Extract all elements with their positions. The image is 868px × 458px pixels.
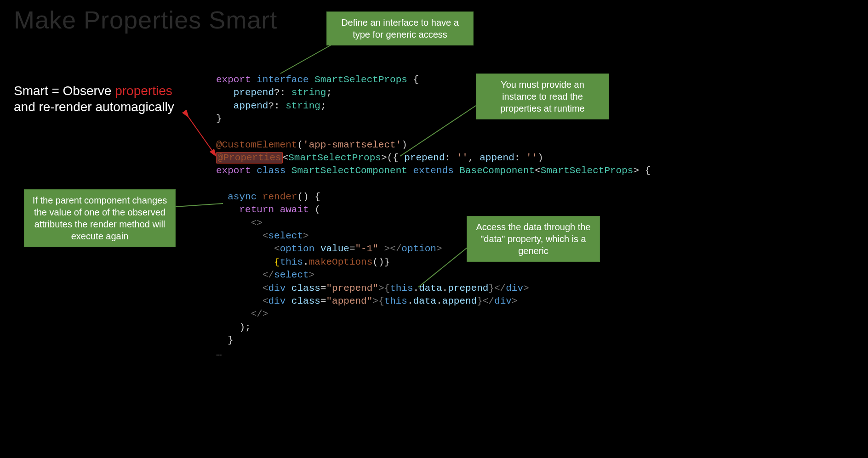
tok: >	[303, 231, 309, 241]
tok: "-1"	[355, 243, 378, 254]
tok: </	[263, 270, 274, 280]
tok: <	[263, 231, 268, 241]
tok: option	[280, 243, 315, 254]
tok: >	[436, 243, 442, 254]
tok: export	[216, 165, 251, 176]
tok	[286, 296, 291, 306]
tok: <	[283, 153, 289, 163]
tok: export	[216, 74, 251, 85]
tok: }</	[488, 283, 506, 294]
tok: append	[234, 101, 268, 111]
tok-highlighted: @Properties	[216, 152, 283, 164]
tok: string	[286, 101, 320, 111]
tok: );	[239, 322, 251, 333]
tok: this	[280, 257, 303, 267]
tok: =	[349, 243, 355, 254]
tok: extends	[413, 165, 454, 176]
tok: >{	[378, 283, 390, 294]
tok: return	[239, 204, 274, 215]
callout-parent-change: If the parent component changes the valu…	[24, 189, 176, 247]
tok: div	[494, 296, 512, 306]
tok: .	[413, 283, 419, 294]
subtitle-pre: Smart = Observe	[14, 84, 115, 98]
tok: string	[291, 87, 326, 98]
svg-line-0	[280, 45, 331, 74]
tok: option	[401, 243, 436, 254]
tok: ''	[457, 153, 468, 163]
tok: ></	[378, 243, 401, 254]
tok: prepend	[404, 153, 445, 163]
tok: >{	[372, 296, 384, 306]
tok: >({	[381, 153, 404, 163]
slide: Make Properties Smart Smart = Observe pr…	[0, 0, 697, 366]
tok: makeOptions	[309, 257, 373, 267]
tok: ;	[326, 87, 332, 98]
tok: () {	[297, 192, 320, 202]
tok: <>	[251, 218, 263, 228]
tok: div	[268, 296, 286, 306]
tok: class	[257, 165, 286, 176]
tok: > {	[633, 165, 651, 176]
tok: this	[390, 283, 413, 294]
tok	[314, 243, 320, 254]
tok: ;	[320, 101, 326, 111]
tok: div	[506, 283, 523, 294]
tok: =	[320, 296, 326, 306]
svg-line-4	[188, 117, 216, 156]
tok: class	[291, 296, 320, 306]
tok: .	[436, 296, 442, 306]
callout-interface: Define an interface to have a type for g…	[326, 11, 474, 45]
tok: :	[514, 153, 526, 163]
tok: 'app-smartselect'	[303, 140, 401, 150]
tok: (	[297, 140, 303, 150]
tok: {	[413, 74, 419, 85]
tok: }</	[477, 296, 494, 306]
tok: value	[320, 243, 349, 254]
tok: prepend	[448, 283, 488, 294]
slide-subtitle: Smart = Observe properties and re-render…	[14, 83, 174, 115]
tok: {	[274, 257, 280, 267]
tok: "append"	[326, 296, 372, 306]
tok: BaseComponent	[459, 165, 535, 176]
tok: .	[303, 257, 309, 267]
tok: ,	[468, 153, 480, 163]
tok: SmartSelectProps	[541, 165, 634, 176]
tok: )	[537, 153, 543, 163]
tok: ()}	[372, 257, 390, 267]
tok: )	[401, 140, 407, 150]
tok: SmartSelectProps	[314, 74, 407, 85]
tok: select	[268, 231, 303, 241]
subtitle-highlight: properties	[115, 84, 172, 98]
tok: ?:	[274, 87, 286, 98]
subtitle-post: and re-render automagically	[14, 100, 174, 114]
tok: }	[216, 113, 222, 124]
tok: >	[512, 296, 518, 306]
tok: interface	[257, 74, 308, 85]
code-block: export interface SmartSelectProps { prep…	[216, 74, 651, 360]
slide-title: Make Properties Smart	[14, 6, 277, 34]
tok: …	[216, 348, 222, 358]
tok: .	[442, 283, 448, 294]
tok: data	[413, 296, 436, 306]
tok: SmartSelectComponent	[291, 165, 407, 176]
tok: render	[263, 192, 297, 202]
tok: :	[445, 153, 457, 163]
tok: >	[309, 270, 315, 280]
tok: append	[442, 296, 477, 306]
tok: "prepend"	[326, 283, 378, 294]
tok: .	[407, 296, 413, 306]
tok: this	[384, 296, 407, 306]
tok: <	[535, 165, 541, 176]
tok: select	[274, 270, 309, 280]
tok: >	[523, 283, 529, 294]
tok: append	[480, 153, 514, 163]
tok: <	[274, 243, 280, 254]
tok: SmartSelectProps	[288, 153, 381, 163]
tok: }	[228, 335, 234, 345]
tok: <	[263, 283, 268, 294]
tok: =	[320, 283, 326, 294]
tok: async	[228, 192, 257, 202]
tok: data	[419, 283, 442, 294]
tok: ''	[526, 153, 537, 163]
tok: </>	[251, 309, 268, 319]
